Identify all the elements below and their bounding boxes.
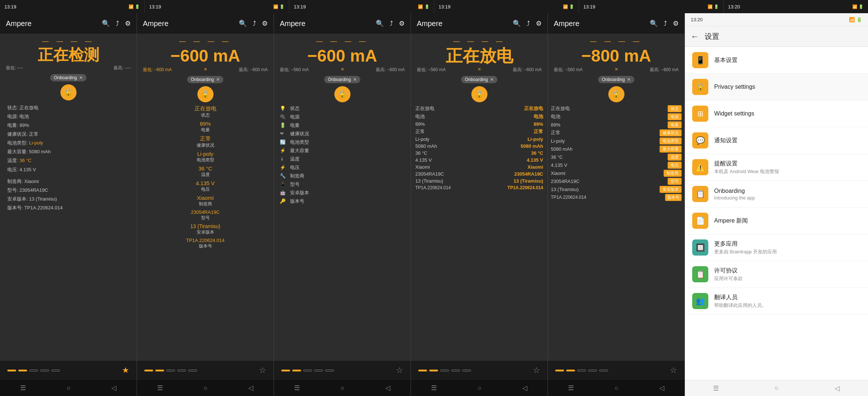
onboarding-badge-1: Onboarding ✕: [50, 74, 86, 81]
status-bar-4: 13:19 📶 🔋: [434, 0, 579, 13]
panel5-min: 最低: −560 mA: [554, 67, 583, 73]
panel4-main-value: 正在放电: [417, 47, 542, 65]
settings-item-widget[interactable]: ⊞ Widget settings: [685, 100, 868, 127]
home-icon-4[interactable]: ○: [478, 384, 482, 392]
status-icons-6: 📶 🔋: [852, 4, 864, 9]
translate-icon-box: 👥: [692, 293, 708, 309]
settings-item-onboarding[interactable]: 📋 Onboarding Introducing the app: [685, 181, 868, 208]
settings-icon-5[interactable]: ⚙: [673, 19, 679, 27]
panel1-bottom: ★: [0, 361, 137, 380]
panel3-header: Ampere 🔍 ⤴ ⚙: [274, 13, 411, 34]
settings-item-news[interactable]: 📄 Ampere 新闻: [685, 208, 868, 234]
panel3-dots: [281, 370, 334, 371]
panel3-nav: ☰ ○ ◁: [274, 380, 411, 396]
panel2-dots: [144, 370, 197, 371]
panel2-batt-val: 89%: [141, 121, 269, 127]
panel1-star[interactable]: ★: [122, 366, 129, 375]
panel5-star[interactable]: ☆: [670, 366, 677, 375]
panel2-build-val: TP1A.220624.014: [141, 238, 269, 243]
close-icon-badge-3[interactable]: ✕: [353, 77, 357, 82]
settings-home-icon[interactable]: ○: [775, 384, 779, 392]
battery-icon-3: 🔋: [280, 122, 287, 128]
news-title: Ampere 新闻: [714, 217, 861, 225]
license-title: 许可协议: [714, 267, 861, 275]
settings-item-basic[interactable]: 📱 基本设置: [685, 47, 868, 74]
menu-icon-4[interactable]: ☰: [431, 384, 437, 392]
back-icon[interactable]: ←: [691, 32, 699, 41]
panel2-volt-val: 4.135 V: [141, 180, 269, 186]
back-icon-3[interactable]: ◁: [385, 384, 390, 392]
panel5-bottom: ☆: [548, 361, 685, 380]
battery-circle-5: 🔒: [608, 86, 624, 102]
search-icon-2[interactable]: 🔍: [239, 19, 247, 27]
share-icon-5[interactable]: ⤴: [664, 20, 667, 27]
settings-icon-1[interactable]: ⚙: [125, 19, 131, 27]
error-icon-5: ✕: [615, 67, 618, 73]
close-icon-badge-5[interactable]: ✕: [627, 77, 631, 82]
panel5-nav: ☰ ○ ◁: [548, 380, 685, 396]
share-icon-2[interactable]: ⤴: [253, 20, 256, 27]
home-icon-3[interactable]: ○: [341, 384, 345, 392]
back-icon-1[interactable]: ◁: [111, 384, 116, 392]
menu-icon-1[interactable]: ☰: [20, 384, 26, 392]
settings-status-bar: 13:20 📶 🔋: [685, 13, 868, 26]
settings-item-license[interactable]: 📋 许可协议 应用许可条款: [685, 261, 868, 288]
search-icon-5[interactable]: 🔍: [650, 19, 658, 27]
home-icon-2[interactable]: ○: [204, 384, 208, 392]
home-icon-5[interactable]: ○: [615, 384, 619, 392]
type-icon-3: 🔄: [280, 139, 287, 145]
notify-icon-box: 💬: [692, 132, 708, 148]
app-panel-1: Ampere 🔍 ⤴ ⚙ — — — — 正在检测 最低: ---- 最高: -…: [0, 13, 137, 396]
app-panel-2: Ampere 🔍 ⤴ ⚙ — — — — −600 mA 最低: −600 mA…: [137, 13, 274, 396]
settings-back-icon[interactable]: ◁: [835, 384, 840, 392]
settings-item-remind[interactable]: ⚠️ 提醒设置 本机及 Android Wear 电池警报: [685, 154, 868, 181]
panel5-dashes: — — — —: [554, 37, 679, 45]
more-text: 更多应用 更多由 Braintrapp 开发的应用: [714, 240, 861, 255]
news-icon-box: 📄: [692, 213, 708, 229]
panel1-main-value: 正在检测: [6, 47, 131, 63]
menu-icon-5[interactable]: ☰: [568, 384, 574, 392]
settings-item-translate[interactable]: 👥 翻译人员 帮助翻译此应用的人员。: [685, 288, 868, 315]
search-icon-3[interactable]: 🔍: [376, 19, 384, 27]
settings-icon-2[interactable]: ⚙: [262, 19, 268, 27]
back-icon-5[interactable]: ◁: [659, 384, 664, 392]
settings-icon-3[interactable]: ⚙: [399, 19, 405, 27]
panel2-star[interactable]: ☆: [259, 366, 266, 375]
settings-item-notify[interactable]: 💬 通知设置: [685, 127, 868, 154]
panel5-header: Ampere 🔍 ⤴ ⚙: [548, 13, 685, 34]
search-icon-4[interactable]: 🔍: [513, 19, 521, 27]
panel2-bottom: ☆: [137, 361, 274, 380]
close-icon-badge-1[interactable]: ✕: [79, 75, 83, 80]
panel4-max: 最高: −600 mA: [513, 67, 542, 73]
error-icon-2: ✕: [204, 67, 207, 73]
onboarding-badge-5: Onboarding ✕: [598, 76, 634, 83]
settings-item-more[interactable]: 🔲 更多应用 更多由 Braintrapp 开发的应用: [685, 234, 868, 261]
settings-icon-4[interactable]: ⚙: [536, 19, 542, 27]
share-icon-4[interactable]: ⤴: [527, 20, 530, 27]
panel2-build-lbl: 版本号: [141, 243, 269, 249]
app-panel-5: Ampere 🔍 ⤴ ⚙ — — — — −800 mA 最低: −560 mA…: [548, 13, 685, 396]
temp-icon-3: 🌡: [280, 156, 287, 162]
search-icon-1[interactable]: 🔍: [102, 19, 110, 27]
panel4-star[interactable]: ☆: [533, 366, 540, 375]
share-icon-1[interactable]: ⤴: [116, 20, 119, 27]
settings-item-privacy[interactable]: 🔒 Privacy settings: [685, 74, 868, 100]
settings-menu-icon[interactable]: ☰: [713, 384, 719, 392]
panel3-star[interactable]: ☆: [396, 366, 403, 375]
status-bar-1: 13:19 📶 🔋: [0, 0, 145, 13]
settings-list: 📱 基本设置 🔒 Privacy settings ⊞ Widget setti…: [685, 47, 868, 380]
panel4-nav: ☰ ○ ◁: [411, 380, 548, 396]
close-icon-badge-4[interactable]: ✕: [490, 77, 494, 82]
home-icon-1[interactable]: ○: [67, 384, 71, 392]
share-icon-3[interactable]: ⤴: [390, 20, 393, 27]
back-icon-2[interactable]: ◁: [248, 384, 253, 392]
menu-icon-3[interactable]: ☰: [294, 384, 300, 392]
menu-icon-2[interactable]: ☰: [157, 384, 163, 392]
panel2-max: 最高: −600 mA: [239, 67, 268, 73]
status-icon-3: 💡: [280, 106, 287, 111]
basic-title: 基本设置: [714, 56, 861, 64]
back-icon-4[interactable]: ◁: [522, 384, 527, 392]
panel1-health-label: 健康状况:: [7, 131, 29, 137]
close-icon-badge-2[interactable]: ✕: [216, 77, 220, 82]
news-text: Ampere 新闻: [714, 217, 861, 225]
